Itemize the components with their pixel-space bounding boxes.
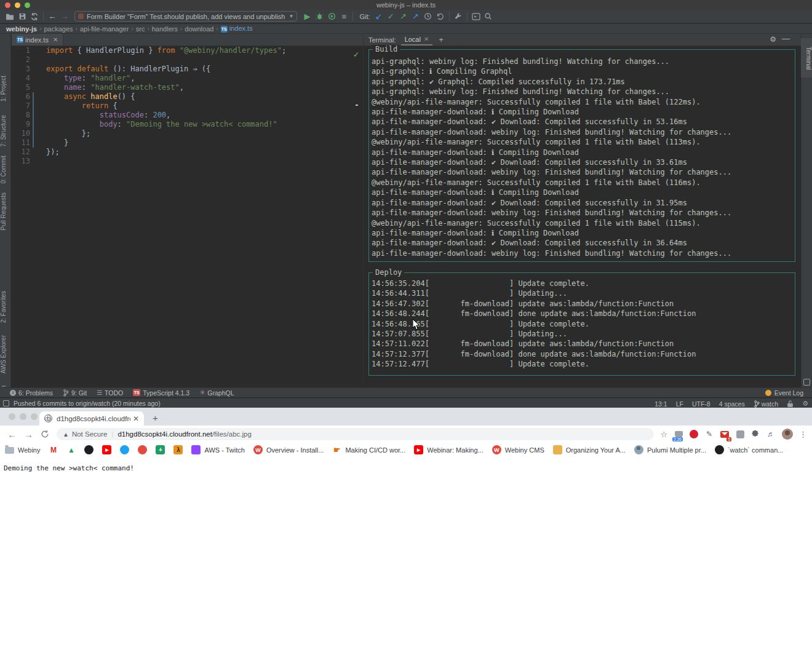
- bookmark-item[interactable]: [120, 445, 129, 454]
- caret-position[interactable]: 13:1: [655, 400, 667, 408]
- code-line[interactable]: 3export default (): HandlerPlugin ⇒ ({: [12, 65, 363, 74]
- chrome-zoom-button[interactable]: [31, 413, 38, 420]
- debug-icon[interactable]: [313, 11, 325, 22]
- sidebar-item-0-commit[interactable]: 0: Commit: [0, 156, 11, 184]
- breadcrumb-item[interactable]: packages: [44, 25, 73, 33]
- sidebar-item-aws-explorer[interactable]: AWS Explorer: [0, 335, 11, 373]
- bookmark-item[interactable]: Pulumi Multiple pr...: [634, 445, 706, 454]
- sidebar-item-1-project[interactable]: 1: Project: [0, 76, 11, 101]
- breadcrumb-item[interactable]: api-file-manager: [80, 25, 129, 33]
- address-bar[interactable]: ▲ Not Secure | d1hgd8csopkt4i.cloudfront…: [57, 428, 654, 440]
- git-cherry-pick-icon[interactable]: ↗: [410, 11, 422, 22]
- bookmark-item[interactable]: Organizing Your A...: [553, 445, 626, 454]
- code-line[interactable]: 10 };: [12, 129, 363, 138]
- code-line[interactable]: 11 }: [12, 138, 363, 148]
- wrench-icon[interactable]: [452, 11, 464, 22]
- bookmark-item[interactable]: λ: [173, 445, 183, 454]
- browser-tab[interactable]: d1hgd8csopkt4i.cloudfront.ne ✕: [39, 411, 144, 425]
- bookmark-item[interactable]: Webiny: [5, 446, 40, 454]
- code-line[interactable]: 9 body: "Demoing the new >watch< command…: [12, 120, 363, 129]
- line-ending-indicator[interactable]: LF: [676, 400, 683, 408]
- puzzle-extensions-icon[interactable]: [750, 429, 760, 439]
- history-icon[interactable]: [422, 11, 434, 22]
- bookmark-item[interactable]: ▲: [66, 445, 76, 454]
- code-line[interactable]: 6 async handle() {: [12, 92, 363, 101]
- browser-back-icon[interactable]: ←: [7, 429, 17, 440]
- code-line[interactable]: 12});: [12, 148, 363, 157]
- bookmark-item[interactable]: AWS - Twitch: [191, 445, 244, 454]
- lock-icon[interactable]: [787, 400, 794, 408]
- breadcrumb-item[interactable]: download: [185, 25, 213, 33]
- bookmark-item[interactable]: +: [156, 445, 165, 454]
- not-secure-label[interactable]: Not Secure: [72, 430, 108, 438]
- eyedropper-extension-icon[interactable]: ✎: [704, 429, 714, 439]
- terminal-tab-local[interactable]: Local ✕: [401, 34, 433, 46]
- breadcrumb-item[interactable]: handlers: [152, 25, 178, 33]
- indent-indicator[interactable]: 4 spaces: [719, 400, 745, 408]
- back-icon[interactable]: ←: [46, 11, 58, 22]
- bookmark-item[interactable]: ▶Webinar: Making...: [414, 445, 484, 454]
- code-line[interactable]: 5 name: "handler-watch-test",: [12, 83, 363, 92]
- code-line[interactable]: 7 return {: [12, 101, 363, 111]
- code-area[interactable]: 1import { HandlerPlugin } from "@webiny/…: [12, 46, 363, 387]
- bookmark-item[interactable]: [138, 445, 147, 454]
- sidebar-item-7-structure[interactable]: 7: Structure: [0, 115, 11, 147]
- tool-window-switcher-icon[interactable]: [3, 400, 9, 406]
- run-button[interactable]: ▶: [301, 11, 313, 22]
- sync-icon[interactable]: [28, 11, 41, 22]
- bookmark-item[interactable]: [84, 445, 94, 454]
- red-circle-extension-icon[interactable]: [689, 429, 699, 439]
- bookmark-item[interactable]: WWebiny CMS: [492, 445, 544, 454]
- bookmark-star-icon[interactable]: ☆: [660, 430, 667, 439]
- new-tab-button[interactable]: +: [153, 413, 158, 422]
- git-commit-icon[interactable]: ✓: [385, 11, 397, 22]
- meter-extension-icon[interactable]: 2.26: [674, 429, 683, 439]
- sidebar-item-2-favorites[interactable]: 2: Favorites: [0, 291, 11, 323]
- bookmark-item[interactable]: ▶: [102, 445, 111, 454]
- tool-window-toggle-icon[interactable]: [803, 379, 810, 386]
- new-terminal-session-button[interactable]: +: [439, 35, 444, 44]
- close-tab-icon[interactable]: ✕: [53, 36, 58, 43]
- bookmark-item[interactable]: ☛Making CI/CD wor...: [332, 445, 405, 454]
- mail-extension-icon[interactable]: 5: [720, 429, 730, 439]
- media-list-extension-icon[interactable]: ♬: [766, 429, 776, 439]
- breadcrumb-item[interactable]: src: [136, 25, 145, 33]
- bookmark-item[interactable]: M: [49, 445, 58, 454]
- git-update-icon[interactable]: ↙: [373, 11, 385, 22]
- encoding-indicator[interactable]: UTF-8: [692, 400, 710, 408]
- bookmark-item[interactable]: WOverview - Install...: [253, 445, 324, 454]
- close-browser-tab-icon[interactable]: ✕: [133, 414, 139, 423]
- breadcrumb-item[interactable]: TSindex.ts: [221, 25, 253, 33]
- save-icon[interactable]: [16, 11, 28, 22]
- event-log-button[interactable]: Event Log: [765, 388, 803, 398]
- bookmark-item[interactable]: `watch` comman...: [715, 445, 783, 454]
- tool-window-button-graphql[interactable]: ✳GraphQL: [199, 389, 234, 397]
- rollback-icon[interactable]: [434, 11, 447, 22]
- highlighting-level-icon[interactable]: ⚙: [802, 400, 808, 408]
- sidebar-item-pull-requests[interactable]: Pull Requests: [0, 192, 11, 231]
- deploy-log[interactable]: 14:56:35.204[ ] Update complete.14:56:44…: [369, 273, 795, 370]
- breadcrumb-item[interactable]: webiny-js: [6, 25, 37, 33]
- open-icon[interactable]: [4, 11, 16, 22]
- gray-extension-icon[interactable]: [735, 429, 745, 439]
- hide-terminal-icon[interactable]: —: [782, 34, 790, 43]
- chrome-menu-icon[interactable]: ⋮: [799, 430, 807, 439]
- run-with-coverage-icon[interactable]: [325, 11, 338, 22]
- stop-button[interactable]: ■: [338, 11, 350, 22]
- editor-tab-indexts[interactable]: TS index.ts ✕: [12, 34, 63, 46]
- code-line[interactable]: 13: [12, 157, 363, 166]
- code-line[interactable]: 4 type: "handler",: [12, 74, 363, 83]
- run-configuration-select[interactable]: Form Builder "Form" Test.should publish,…: [74, 11, 297, 22]
- profile-avatar[interactable]: [782, 429, 793, 440]
- git-branch-widget[interactable]: watch: [754, 400, 778, 408]
- browser-forward-icon[interactable]: →: [24, 429, 33, 440]
- git-push-icon[interactable]: ↗: [397, 11, 410, 22]
- browser-reload-icon[interactable]: [41, 430, 49, 438]
- terminal-tool-window-tab[interactable]: Terminal: [801, 38, 812, 77]
- tool-window-button-todo[interactable]: ☰TODO: [97, 389, 123, 397]
- search-everywhere-icon[interactable]: [482, 11, 495, 22]
- tool-window-button-problems[interactable]: i6: Problems: [10, 389, 53, 397]
- tool-window-button-typescript[interactable]: TSTypeScript 4.1.3: [133, 389, 189, 397]
- forward-icon[interactable]: →: [58, 11, 71, 22]
- close-terminal-tab-icon[interactable]: ✕: [424, 36, 429, 42]
